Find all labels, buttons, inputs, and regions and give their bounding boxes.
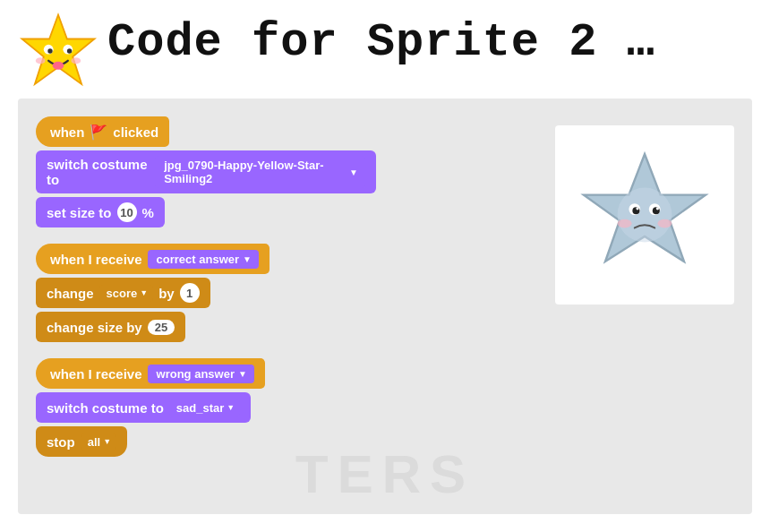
flag-icon: 🚩 [90,124,107,141]
svg-marker-0 [22,15,95,84]
costume-dropdown-1[interactable]: jpg_0790-Happy-Yellow-Star-Smiling2 [155,156,365,188]
stop-dropdown[interactable]: all [81,433,116,450]
svg-point-9 [618,188,672,243]
blocks-panel: when 🚩 clicked switch costume to jpg_079… [36,116,537,457]
set-size-block: set size to 10 % [36,197,165,227]
change-score-block: change score by 1 [36,278,210,308]
score-dropdown[interactable]: score [99,285,154,302]
switch-costume-label-1: switch costume to [47,157,150,187]
stop-label: stop [47,434,75,450]
block-group-1: when 🚩 clicked switch costume to jpg_079… [36,116,537,227]
when-clicked-block: when 🚩 clicked [36,116,169,147]
size-value: 10 [117,202,137,222]
switch-costume-block-2: switch costume to sad_star [36,392,251,423]
costume-dropdown-2[interactable]: sad_star [169,399,240,416]
star-icon [18,11,98,91]
when-i-receive-label-1: when I receive [50,252,142,267]
receive-dropdown-2[interactable]: wrong answer [148,365,254,383]
svg-point-4 [67,48,72,53]
when-i-receive-label-2: when I receive [50,366,142,382]
svg-point-15 [656,207,659,210]
change-size-label: change size by [47,320,142,335]
when-receive-correct-block: when I receive correct answer [36,244,270,274]
svg-point-6 [36,57,46,64]
set-size-label: set size to [47,205,112,220]
svg-point-16 [618,219,632,228]
when-receive-wrong-block: when I receive wrong answer [36,358,265,389]
receive-dropdown-1[interactable]: correct answer [148,250,259,269]
sprite-panel [555,125,734,305]
block-group-3: when I receive wrong answer switch costu… [36,358,537,457]
block-group-2: when I receive correct answer change sco… [36,244,537,342]
svg-point-14 [636,207,638,210]
when-label: when [50,124,84,140]
change-label-1: change [47,286,94,301]
percent-label: % [142,205,154,220]
page-title: Code for Sprite 2 … [107,16,655,69]
change-by-value: 1 [180,283,200,303]
by-label-1: by [158,286,175,301]
svg-point-3 [47,48,52,53]
page-container: Code for Sprite 2 … when 🚩 clicked switc… [0,0,770,532]
main-area: when 🚩 clicked switch costume to jpg_079… [18,99,752,514]
clicked-label: clicked [113,124,158,140]
svg-point-5 [53,62,64,70]
change-size-block: change size by 25 [36,312,185,342]
sad-star [573,143,716,287]
svg-point-7 [71,57,81,64]
stop-block: stop all [36,426,127,457]
size-by-value: 25 [148,320,175,335]
switch-costume-block-1: switch costume to jpg_0790-Happy-Yellow-… [36,150,376,193]
switch-costume-label-2: switch costume to [47,400,164,416]
svg-point-17 [657,219,672,228]
